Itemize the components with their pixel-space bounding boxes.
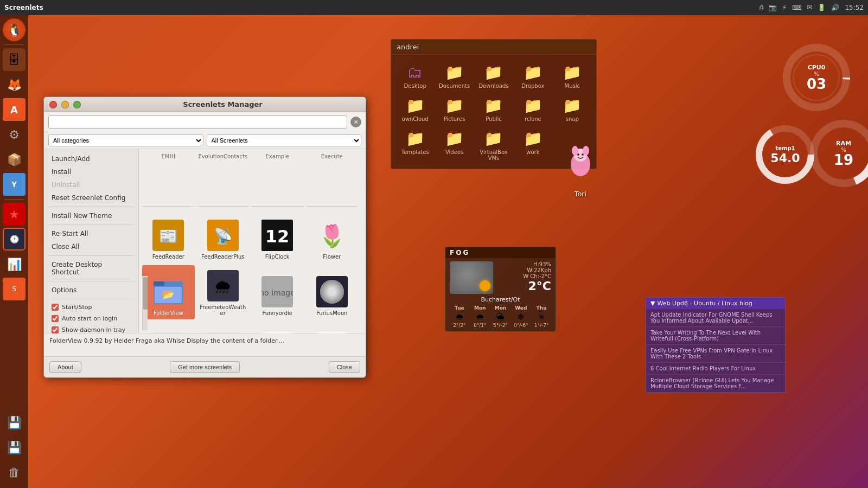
scrollbar-thumb[interactable]: [143, 277, 148, 310]
menu-restart-all[interactable]: Re-Start All: [44, 227, 138, 240]
menu-separator-5: [48, 299, 134, 299]
volume-icon: 🔊: [831, 4, 839, 11]
weather-humidity: H:93%: [523, 261, 551, 267]
sl-item-googlecalendar[interactable]: 📅 GoogleCalendar: [306, 322, 359, 333]
menu-create-shortcut[interactable]: Create Desktop Shortcut: [44, 258, 138, 279]
dock: 🐧 🗄 🦊 A ⚙ 📦 Y ★ 🕐 📊 S 💾 💾 🗑: [0, 15, 28, 488]
fw-item-virtualbox[interactable]: 📁 VirtualBox VMs: [475, 126, 512, 163]
feedreaderplus-label: FeedReaderPlus: [201, 254, 245, 260]
sl-item-gmail[interactable]: 📧 Gmail: [251, 322, 304, 333]
sl-item-flower[interactable]: 🌷 Flower: [306, 209, 359, 263]
news-item-2[interactable]: Easily Use Free VPNs From VPN Gate In Li…: [646, 345, 785, 363]
close-button[interactable]: Close: [329, 361, 360, 373]
menu-launch-add[interactable]: Launch/Add: [44, 152, 138, 165]
startstop-label: Start/Stop: [62, 304, 92, 311]
autostart-checkbox[interactable]: [52, 315, 59, 322]
flower-icon: 🌷: [315, 218, 349, 253]
sl-item-feedreader[interactable]: 📰 FeedReader: [142, 209, 195, 263]
dock-item-clock[interactable]: 🕐: [3, 228, 25, 251]
folder-pictures-icon: 📁: [444, 95, 465, 115]
sl-item-feedreaderplus[interactable]: 📡 FeedReaderPlus: [197, 209, 250, 263]
screenlets-footer: About Get more screenlets Close: [44, 356, 366, 377]
svg-text:12: 12: [265, 226, 290, 247]
fw-item-dropbox[interactable]: 📁 Dropbox: [514, 60, 551, 91]
menu-install[interactable]: Install: [44, 165, 138, 178]
fw-item-videos[interactable]: 📁 Videos: [436, 126, 473, 163]
dock-item-ppa[interactable]: Y: [3, 173, 25, 196]
menu-options[interactable]: Options: [44, 284, 138, 297]
ram-value: 19: [834, 153, 853, 167]
fw-item-music[interactable]: 📁 Music: [554, 60, 591, 91]
fw-item-documents[interactable]: 📁 Documents: [436, 60, 473, 91]
dock-item-files[interactable]: 🗄: [3, 48, 25, 71]
menu-uninstall[interactable]: Uninstall: [44, 178, 138, 191]
menu-close-all[interactable]: Close All: [44, 240, 138, 253]
categories-select[interactable]: All categories: [48, 134, 203, 146]
daemon-tray-checkbox[interactable]: [52, 326, 59, 333]
startstop-checkbox[interactable]: [52, 304, 59, 311]
cpu0-value: 03: [807, 77, 826, 91]
search-clear-button[interactable]: ✕: [350, 117, 361, 127]
screenlets-select[interactable]: All Screenlets: [207, 134, 362, 146]
news-item-1[interactable]: Take Your Writing To The Next Level With…: [646, 327, 785, 345]
dock-item-drive2[interactable]: 💾: [3, 436, 25, 459]
dock-item-software2[interactable]: S: [3, 278, 25, 300]
svg-point-18: [320, 280, 344, 304]
fw-item-pictures[interactable]: 📁 Pictures: [436, 93, 473, 124]
fw-item-templates[interactable]: 📁 Templates: [397, 126, 433, 163]
fw-item-desktop[interactable]: 🗂 Desktop: [397, 60, 433, 91]
about-button[interactable]: About: [49, 361, 81, 373]
dock-item-ubuntu[interactable]: 🐧: [3, 18, 25, 41]
sl-item-furiusmoon[interactable]: FuriusMoon: [306, 265, 359, 319]
fw-item-work[interactable]: 📁 work: [514, 126, 551, 163]
sl-item-fuzzyclock[interactable]: five to three⏰ FuzzyClock: [197, 322, 250, 333]
menu-install-theme[interactable]: Install New Theme: [44, 209, 138, 222]
fw-item-owncloud[interactable]: 📁 ownCloud: [397, 93, 433, 124]
news-title: ▼ Web Upd8 - Ubuntu / Linux blog: [646, 298, 785, 309]
svg-rect-26: [316, 332, 348, 333]
fw-item-public[interactable]: 📁 Public: [475, 93, 512, 124]
fuzzyclock-icon: five to three⏰: [206, 331, 240, 333]
screenlets-body: Launch/Add Install Uninstall Reset Scree…: [44, 149, 366, 333]
window-minimize-button[interactable]: [61, 101, 69, 108]
screenlets-scrollbar[interactable]: [142, 276, 148, 330]
dock-item-bookmarks[interactable]: ★: [3, 203, 25, 226]
sl-item-freemeteo[interactable]: 🌧 FreemeteoWeather: [197, 265, 250, 319]
dock-item-software[interactable]: A: [3, 98, 25, 121]
news-item-0[interactable]: Apt Update Indicator For GNOME Shell Kee…: [646, 309, 785, 327]
svg-text:📰: 📰: [159, 227, 178, 245]
get-more-button[interactable]: Get more screenlets: [170, 361, 240, 373]
screenlets-search-input[interactable]: [48, 115, 347, 129]
dock-item-box3d[interactable]: 📦: [3, 148, 25, 171]
sl-item-folderview[interactable]: 📂 FolderView: [142, 265, 195, 319]
feedreader-icon: 📰: [151, 218, 186, 253]
sl-item-funnyordie[interactable]: no image Funnyordie: [251, 265, 304, 319]
sl-item-flipclock[interactable]: 12 FlipClock: [251, 209, 304, 263]
fw-item-rclone[interactable]: 📁 rclone: [514, 93, 551, 124]
dock-item-firefox[interactable]: 🦊: [3, 73, 25, 96]
fw-item-downloads[interactable]: 📁 Downloads: [475, 60, 512, 91]
window-maximize-button[interactable]: [73, 101, 81, 108]
news-item-3[interactable]: 6 Cool Internet Radio Players For Linux: [646, 363, 785, 375]
battery-icon: 🔋: [818, 4, 826, 11]
window-close-button[interactable]: [49, 101, 57, 108]
folder-downloads-icon: 📁: [483, 62, 505, 82]
sl-item-fusionswitch[interactable]: 🔧 FusionSwitch: [142, 322, 195, 333]
dock-item-settings[interactable]: ⚙: [3, 123, 25, 146]
description-text: FolderView 0.9.92 by Helder Fraga aka Wh…: [49, 337, 284, 344]
screenlets-toolbar: ✕: [44, 112, 366, 132]
menu-reset-config[interactable]: Reset Screenlet Config: [44, 191, 138, 204]
dock-item-harddisk[interactable]: 🗑: [3, 461, 25, 484]
svg-rect-19: [152, 332, 184, 333]
fw-label-videos: Videos: [445, 149, 463, 155]
feedreaderplus-icon: 📡: [206, 218, 240, 253]
menu-separator-2: [48, 224, 134, 225]
col-header-evolution: EvolutionContacts: [197, 152, 250, 207]
dock-item-drive1[interactable]: 💾: [3, 411, 25, 434]
fw-item-snap[interactable]: 📁 snap: [554, 93, 591, 124]
screenlets-selects: All categories All Screenlets: [44, 132, 366, 149]
daemon-tray-label: Show daemon in tray: [62, 326, 125, 333]
menu-separator-4: [48, 281, 134, 281]
news-item-4[interactable]: RcloneBrowser (Rclone GUI) Lets You Mana…: [646, 375, 785, 393]
dock-item-monitor[interactable]: 📊: [3, 253, 25, 275]
